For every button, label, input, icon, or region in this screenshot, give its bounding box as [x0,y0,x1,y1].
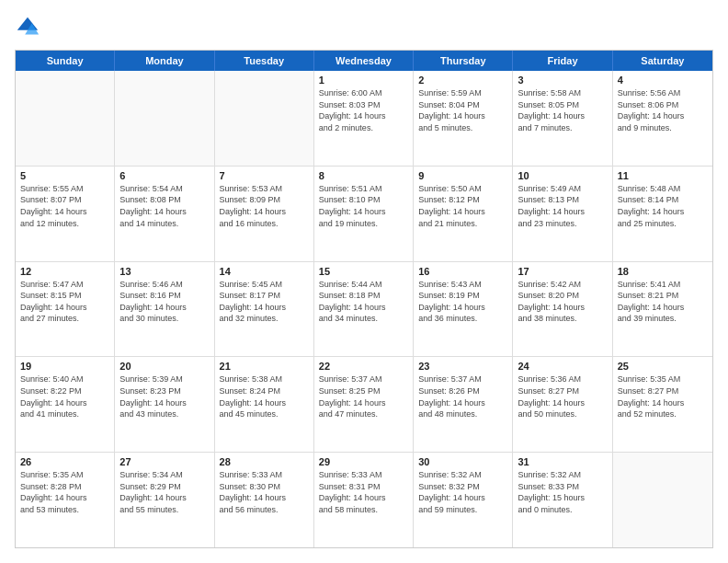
day-number: 29 [319,456,408,467]
day-number: 14 [220,266,309,277]
day-cell-5: 5Sunrise: 5:55 AM Sunset: 8:07 PM Daylig… [16,167,115,261]
day-number: 5 [20,170,109,181]
day-info: Sunrise: 5:44 AM Sunset: 8:18 PM Dayligh… [319,279,408,325]
day-cell-16: 16Sunrise: 5:43 AM Sunset: 8:19 PM Dayli… [414,262,513,357]
day-number: 3 [518,75,607,86]
day-number: 20 [119,361,209,372]
day-cell-26: 26Sunrise: 5:35 AM Sunset: 8:28 PM Dayli… [16,453,115,547]
day-info: Sunrise: 5:53 AM Sunset: 8:09 PM Dayligh… [220,183,309,229]
calendar-row-0: 1Sunrise: 6:00 AM Sunset: 8:03 PM Daylig… [16,71,712,167]
day-number: 18 [618,266,708,277]
day-number: 7 [220,170,309,181]
header-day-thursday: Thursday [414,51,513,71]
empty-cell [613,453,712,547]
day-cell-23: 23Sunrise: 5:37 AM Sunset: 8:26 PM Dayli… [414,357,513,452]
day-info: Sunrise: 5:33 AM Sunset: 8:31 PM Dayligh… [319,469,408,515]
day-info: Sunrise: 5:39 AM Sunset: 8:23 PM Dayligh… [119,373,209,419]
calendar-row-2: 12Sunrise: 5:47 AM Sunset: 8:15 PM Dayli… [16,262,712,358]
day-info: Sunrise: 5:41 AM Sunset: 8:21 PM Dayligh… [618,279,708,325]
day-info: Sunrise: 5:34 AM Sunset: 8:29 PM Dayligh… [119,469,209,515]
day-info: Sunrise: 5:38 AM Sunset: 8:24 PM Dayligh… [220,373,309,419]
day-cell-30: 30Sunrise: 5:32 AM Sunset: 8:32 PM Dayli… [414,453,513,547]
day-info: Sunrise: 5:42 AM Sunset: 8:20 PM Dayligh… [518,279,607,325]
calendar-row-3: 19Sunrise: 5:40 AM Sunset: 8:22 PM Dayli… [16,357,712,453]
day-cell-25: 25Sunrise: 5:35 AM Sunset: 8:27 PM Dayli… [613,357,712,452]
day-info: Sunrise: 5:55 AM Sunset: 8:07 PM Dayligh… [20,183,109,229]
day-cell-10: 10Sunrise: 5:49 AM Sunset: 8:13 PM Dayli… [513,167,612,261]
day-number: 15 [319,266,408,277]
day-info: Sunrise: 5:36 AM Sunset: 8:27 PM Dayligh… [518,373,607,419]
day-cell-31: 31Sunrise: 5:32 AM Sunset: 8:33 PM Dayli… [513,453,612,547]
day-cell-1: 1Sunrise: 6:00 AM Sunset: 8:03 PM Daylig… [314,71,414,166]
calendar-body: 1Sunrise: 6:00 AM Sunset: 8:03 PM Daylig… [16,71,712,547]
day-cell-18: 18Sunrise: 5:41 AM Sunset: 8:21 PM Dayli… [613,262,712,357]
day-cell-24: 24Sunrise: 5:36 AM Sunset: 8:27 PM Dayli… [513,357,612,452]
day-cell-4: 4Sunrise: 5:56 AM Sunset: 8:06 PM Daylig… [613,71,712,166]
day-info: Sunrise: 5:54 AM Sunset: 8:08 PM Dayligh… [119,183,209,229]
day-number: 1 [319,75,408,86]
day-number: 2 [418,75,507,86]
calendar-row-4: 26Sunrise: 5:35 AM Sunset: 8:28 PM Dayli… [16,453,712,547]
day-cell-29: 29Sunrise: 5:33 AM Sunset: 8:31 PM Dayli… [314,453,414,547]
day-number: 23 [418,361,507,372]
day-number: 13 [119,266,209,277]
day-number: 17 [518,266,607,277]
day-number: 10 [518,170,607,181]
day-cell-11: 11Sunrise: 5:48 AM Sunset: 8:14 PM Dayli… [613,167,712,261]
day-cell-3: 3Sunrise: 5:58 AM Sunset: 8:05 PM Daylig… [513,71,612,166]
day-info: Sunrise: 5:56 AM Sunset: 8:06 PM Dayligh… [618,87,708,133]
day-number: 21 [220,361,309,372]
header-day-monday: Monday [115,51,214,71]
day-info: Sunrise: 5:37 AM Sunset: 8:26 PM Dayligh… [418,373,507,419]
day-info: Sunrise: 5:35 AM Sunset: 8:27 PM Dayligh… [618,373,708,419]
day-number: 25 [618,361,708,372]
day-info: Sunrise: 5:49 AM Sunset: 8:13 PM Dayligh… [518,183,607,229]
day-info: Sunrise: 5:40 AM Sunset: 8:22 PM Dayligh… [20,373,109,419]
header-day-tuesday: Tuesday [215,51,314,71]
header [15,15,713,40]
day-number: 24 [518,361,607,372]
day-cell-27: 27Sunrise: 5:34 AM Sunset: 8:29 PM Dayli… [115,453,214,547]
day-info: Sunrise: 5:37 AM Sunset: 8:25 PM Dayligh… [319,373,408,419]
day-info: Sunrise: 5:33 AM Sunset: 8:30 PM Dayligh… [220,469,309,515]
day-info: Sunrise: 5:32 AM Sunset: 8:32 PM Dayligh… [418,469,507,515]
day-cell-19: 19Sunrise: 5:40 AM Sunset: 8:22 PM Dayli… [16,357,115,452]
day-info: Sunrise: 5:58 AM Sunset: 8:05 PM Dayligh… [518,87,607,133]
day-info: Sunrise: 5:45 AM Sunset: 8:17 PM Dayligh… [220,279,309,325]
day-number: 27 [119,456,209,467]
header-day-friday: Friday [513,51,612,71]
day-cell-20: 20Sunrise: 5:39 AM Sunset: 8:23 PM Dayli… [115,357,214,452]
day-number: 26 [20,456,109,467]
day-number: 9 [418,170,507,181]
day-number: 19 [20,361,109,372]
day-number: 28 [220,456,309,467]
day-cell-6: 6Sunrise: 5:54 AM Sunset: 8:08 PM Daylig… [115,167,214,261]
day-info: Sunrise: 5:50 AM Sunset: 8:12 PM Dayligh… [418,183,507,229]
day-cell-2: 2Sunrise: 5:59 AM Sunset: 8:04 PM Daylig… [414,71,513,166]
calendar-row-1: 5Sunrise: 5:55 AM Sunset: 8:07 PM Daylig… [16,167,712,262]
day-info: Sunrise: 5:48 AM Sunset: 8:14 PM Dayligh… [618,183,708,229]
header-day-saturday: Saturday [613,51,712,71]
day-number: 30 [418,456,507,467]
day-info: Sunrise: 5:51 AM Sunset: 8:10 PM Dayligh… [319,183,408,229]
day-info: Sunrise: 5:59 AM Sunset: 8:04 PM Dayligh… [418,87,507,133]
day-info: Sunrise: 5:43 AM Sunset: 8:19 PM Dayligh… [418,279,507,325]
empty-cell [115,71,214,166]
header-day-wednesday: Wednesday [314,51,414,71]
day-cell-21: 21Sunrise: 5:38 AM Sunset: 8:24 PM Dayli… [215,357,314,452]
empty-cell [215,71,314,166]
day-cell-28: 28Sunrise: 5:33 AM Sunset: 8:30 PM Dayli… [215,453,314,547]
day-number: 11 [618,170,708,181]
day-number: 8 [319,170,408,181]
day-cell-14: 14Sunrise: 5:45 AM Sunset: 8:17 PM Dayli… [215,262,314,357]
day-cell-22: 22Sunrise: 5:37 AM Sunset: 8:25 PM Dayli… [314,357,414,452]
day-cell-15: 15Sunrise: 5:44 AM Sunset: 8:18 PM Dayli… [314,262,414,357]
header-day-sunday: Sunday [16,51,115,71]
day-number: 12 [20,266,109,277]
day-cell-8: 8Sunrise: 5:51 AM Sunset: 8:10 PM Daylig… [314,167,414,261]
day-number: 16 [418,266,507,277]
calendar-header: SundayMondayTuesdayWednesdayThursdayFrid… [16,51,712,71]
day-cell-17: 17Sunrise: 5:42 AM Sunset: 8:20 PM Dayli… [513,262,612,357]
page: SundayMondayTuesdayWednesdayThursdayFrid… [0,0,728,563]
day-number: 4 [618,75,708,86]
